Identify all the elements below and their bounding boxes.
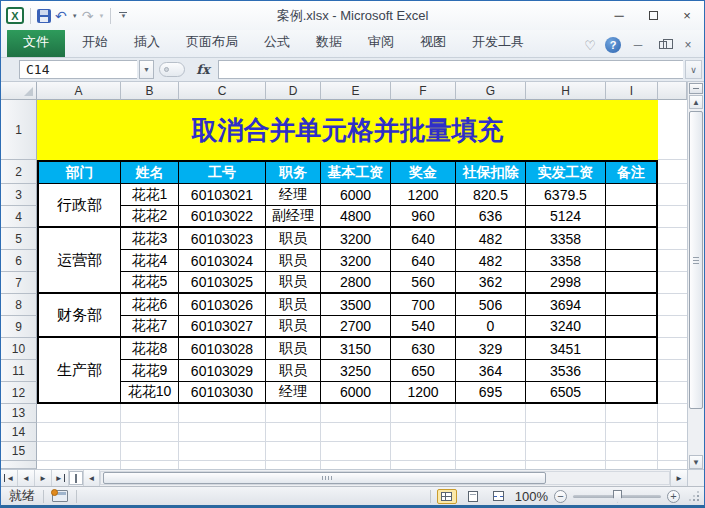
cell-partial-column[interactable] [658,442,687,461]
excel-logo-icon[interactable]: X [6,7,24,24]
cell-C7[interactable]: 60103025 [179,272,266,294]
ribbon-tab-4[interactable]: 页面布局 [173,28,251,57]
cell-B3[interactable]: 花花1 [121,184,179,206]
cell-B10[interactable]: 花花8 [121,338,179,360]
cell-B9[interactable]: 花花7 [121,316,179,338]
cell-F4[interactable]: 960 [391,206,456,228]
tab-scroll-left-button[interactable]: ◄ [83,470,100,486]
cell-I4[interactable] [606,206,658,228]
column-header-partial[interactable] [658,82,687,100]
cell-I15[interactable] [606,442,658,461]
cell-E8[interactable]: 3500 [321,294,391,316]
cell-E11[interactable]: 3250 [321,360,391,382]
cell-I10[interactable] [606,338,658,360]
first-sheet-button[interactable]: ◄ [1,470,18,486]
save-button[interactable] [37,9,51,23]
formula-bar-expand-icon[interactable]: ∨ [685,60,702,79]
zoom-slider-track[interactable] [573,495,661,498]
cell-C6[interactable]: 60103024 [179,250,266,272]
cell-A13[interactable] [37,404,121,423]
cell-F10[interactable]: 630 [391,338,456,360]
cell-partial-column[interactable] [658,250,687,272]
formula-bar-grip[interactable] [159,62,185,77]
ribbon-tab-2[interactable]: 开始 [69,28,121,57]
horizontal-scroll-thumb[interactable] [103,472,546,484]
workbook-restore-button[interactable] [655,41,671,49]
heart-icon[interactable]: ♡ [584,38,596,53]
cell-partial-column[interactable] [658,423,687,442]
cell-partial-column[interactable] [658,184,687,206]
cell-B8[interactable]: 花花6 [121,294,179,316]
vertical-scroll-thumb[interactable] [689,111,703,409]
row-header-4[interactable]: 4 [1,206,37,228]
column-header-I[interactable]: I [606,82,658,100]
cell-H9[interactable]: 3240 [526,316,606,338]
cell-G3[interactable]: 820.5 [456,184,526,206]
column-header-B[interactable]: B [121,82,179,100]
cell-B15[interactable] [121,442,179,461]
cell-A2[interactable]: 部门 [37,160,121,184]
page-layout-view-button[interactable] [463,489,483,504]
cell-B2[interactable]: 姓名 [121,160,179,184]
cell-G14[interactable] [456,423,526,442]
cell-D9[interactable]: 职员 [266,316,321,338]
column-header-G[interactable]: G [456,82,526,100]
column-header-C[interactable]: C [179,82,266,100]
cell-E6[interactable]: 3200 [321,250,391,272]
cell-H2[interactable]: 实发工资 [526,160,606,184]
scroll-up-button[interactable]: ▲ [689,95,703,109]
cell-C3[interactable]: 60103021 [179,184,266,206]
cell-partial-column[interactable] [658,404,687,423]
cell-H4[interactable]: 5124 [526,206,606,228]
close-button[interactable]: × [670,1,704,30]
column-header-H[interactable]: H [526,82,606,100]
cell-A3-merged-dept[interactable]: 行政部 [37,184,121,228]
cell-I7[interactable] [606,272,658,294]
cell-H5[interactable]: 3358 [526,228,606,250]
cell-F7[interactable]: 560 [391,272,456,294]
last-sheet-button[interactable]: ► [52,470,69,486]
cell-D11[interactable]: 职员 [266,360,321,382]
cell-A10-merged-dept[interactable]: 生产部 [37,338,121,404]
cell-B11[interactable]: 花花9 [121,360,179,382]
row-header-15[interactable]: 15 [1,442,37,461]
cell-B12[interactable]: 花花10 [121,382,179,404]
cell-F14[interactable] [391,423,456,442]
cell-A8-merged-dept[interactable]: 财务部 [37,294,121,338]
cell-G6[interactable]: 482 [456,250,526,272]
row-header-8[interactable]: 8 [1,294,37,316]
cell-G10[interactable]: 329 [456,338,526,360]
cell-D13[interactable] [266,404,321,423]
cell-F3[interactable]: 1200 [391,184,456,206]
row-header-partial[interactable] [1,461,37,469]
column-header-E[interactable]: E [321,82,391,100]
cell-C13[interactable] [179,404,266,423]
cell-partial-column[interactable] [658,316,687,338]
cell-I13[interactable] [606,404,658,423]
cell-B13[interactable] [121,404,179,423]
cell-B6[interactable]: 花花4 [121,250,179,272]
cell-E3[interactable]: 6000 [321,184,391,206]
cell-E9[interactable]: 2700 [321,316,391,338]
cell-G13[interactable] [456,404,526,423]
maximize-button[interactable] [636,1,670,30]
cell-partial-column[interactable] [658,206,687,228]
vertical-scroll-track[interactable] [689,109,703,455]
ribbon-tab-1[interactable]: 文件 [7,28,65,57]
row-header-13[interactable]: 13 [1,404,37,423]
cell-E4[interactable]: 4800 [321,206,391,228]
cell-F11[interactable]: 650 [391,360,456,382]
cell-I6[interactable] [606,250,658,272]
cell-G12[interactable]: 695 [456,382,526,404]
cell-G15[interactable] [456,442,526,461]
cell-D3[interactable]: 经理 [266,184,321,206]
cell-partial-row[interactable] [391,461,456,469]
cell-D7[interactable]: 职员 [266,272,321,294]
next-sheet-button[interactable]: ► [35,470,52,486]
cell-H7[interactable]: 2998 [526,272,606,294]
horizontal-scroll-track[interactable] [100,471,670,485]
cell-A1-merged-title[interactable]: 取消合并单元格并批量填充 [37,100,658,160]
cell-H10[interactable]: 3451 [526,338,606,360]
name-box-dropdown-icon[interactable]: ▼ [139,60,154,79]
macro-record-button[interactable] [52,490,68,502]
